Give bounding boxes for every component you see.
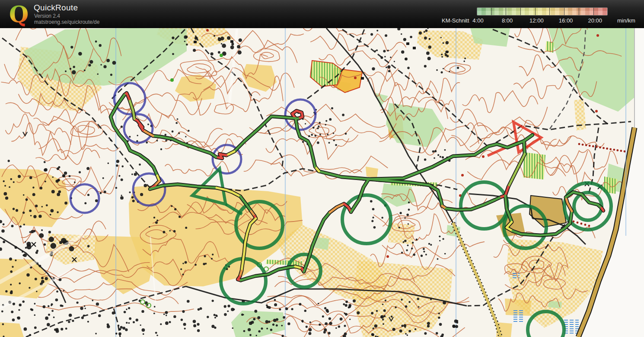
legend-unit: min/km bbox=[617, 17, 635, 24]
legend-label: KM-Schnitt bbox=[442, 17, 469, 24]
pace-legend: KM-Schnitt 4:008:0012:0016:0020:00 min/k… bbox=[432, 0, 644, 28]
legend-tick: 8:00 bbox=[502, 17, 513, 24]
app-title: QuickRoute bbox=[34, 3, 78, 13]
app-version: Version 2.4 bbox=[34, 13, 60, 19]
quickroute-logo-icon: Q bbox=[8, 2, 32, 27]
app-url: matstroeng.se/quickroute/de bbox=[34, 19, 99, 25]
quickroute-window: Q QuickRoute Version 2.4 matstroeng.se/q… bbox=[0, 0, 644, 337]
map-viewport bbox=[0, 28, 644, 337]
legend-tick: 20:00 bbox=[588, 17, 603, 24]
legend-tick: 16:00 bbox=[559, 17, 573, 24]
legend-tick: 4:00 bbox=[472, 17, 483, 24]
map-canvas[interactable] bbox=[0, 28, 644, 337]
app-header: Q QuickRoute Version 2.4 matstroeng.se/q… bbox=[0, 0, 644, 28]
pace-gradient-bar bbox=[477, 7, 608, 16]
pace-legend-labels: KM-Schnitt 4:008:0012:0016:0020:00 min/k… bbox=[432, 17, 644, 25]
legend-tick: 12:00 bbox=[529, 17, 544, 24]
map-terrain-patches bbox=[0, 28, 644, 337]
svg-text:Q: Q bbox=[9, 2, 29, 27]
